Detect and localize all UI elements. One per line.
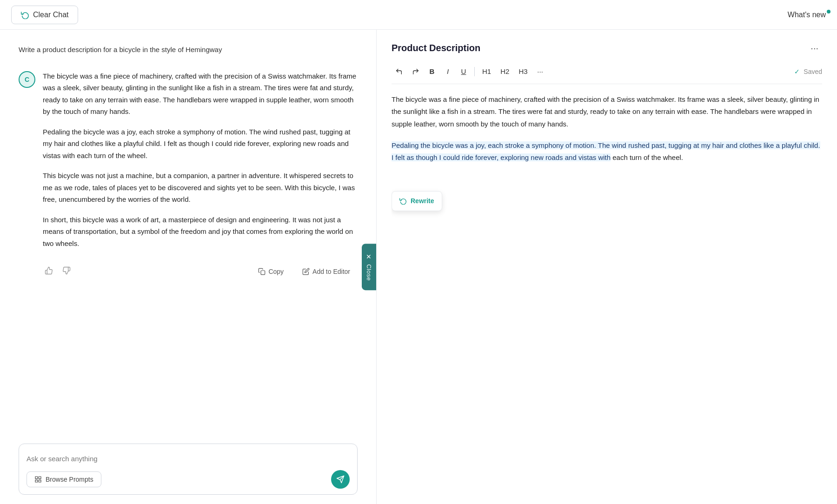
ai-paragraph-1: The bicycle was a fine piece of machiner…: [43, 70, 358, 118]
redo-button[interactable]: [408, 65, 423, 78]
editor-paragraph-1: The bicycle was a fine piece of machiner…: [392, 93, 822, 130]
toolbar-divider: [474, 67, 475, 76]
send-button[interactable]: [331, 470, 350, 489]
toolbar-right: ✓ Saved: [794, 68, 822, 75]
svg-rect-4: [35, 480, 38, 482]
svg-rect-3: [39, 480, 41, 482]
saved-checkmark: ✓: [794, 68, 800, 75]
add-to-editor-button[interactable]: Add to Editor: [295, 264, 358, 279]
editor-title: Product Description: [392, 43, 480, 53]
svg-rect-2: [39, 477, 41, 479]
right-panel: Product Description ··· B I U H1 H2: [377, 30, 837, 504]
ai-paragraph-3: This bicycle was not just a machine, but…: [43, 170, 358, 206]
user-message-text: Write a product description for a bicycl…: [19, 46, 222, 53]
rewrite-icon: [399, 197, 407, 205]
h1-button[interactable]: H1: [478, 65, 495, 78]
h2-button[interactable]: H2: [497, 65, 513, 78]
action-buttons: Copy Add to Editor: [251, 264, 358, 279]
thumbs-up-button[interactable]: [43, 265, 55, 279]
thumbs-down-icon: [62, 266, 71, 275]
thumbs-up-icon: [45, 266, 53, 275]
thumbs-down-button[interactable]: [60, 265, 73, 279]
italic-button[interactable]: I: [441, 65, 455, 78]
ai-message: C The bicycle was a fine piece of machin…: [19, 70, 358, 279]
refresh-icon: [21, 11, 29, 19]
svg-rect-1: [35, 477, 38, 479]
svg-rect-0: [261, 271, 265, 275]
toolbar-more-button[interactable]: ···: [533, 65, 547, 78]
bold-button[interactable]: B: [425, 65, 439, 78]
user-message: Write a product description for a bicycl…: [19, 45, 358, 55]
rewrite-popup[interactable]: Rewrite: [392, 191, 442, 211]
message-actions: Copy Add to Editor: [43, 259, 358, 279]
notification-dot: [827, 10, 830, 13]
h3-button[interactable]: H3: [515, 65, 531, 78]
editor-toolbar: B I U H1 H2 H3 ··· ✓ Saved: [392, 65, 822, 84]
search-input[interactable]: [27, 451, 350, 465]
editor-paragraph-2-rest: each turn of the wheel.: [611, 153, 683, 161]
editor-header: Product Description ···: [392, 41, 822, 55]
close-icon: ✕: [366, 253, 372, 260]
editor-paragraph-2: Pedaling the bicycle was a joy, each str…: [392, 139, 822, 164]
editor-more-button[interactable]: ···: [807, 41, 822, 55]
avatar: C: [19, 71, 35, 88]
underline-button[interactable]: U: [457, 65, 471, 78]
main-content: Write a product description for a bicycl…: [0, 30, 837, 504]
undo-icon: [395, 68, 403, 75]
chat-area: Write a product description for a bicycl…: [0, 30, 376, 436]
input-area: Browse Prompts: [0, 436, 376, 504]
redo-icon: [412, 68, 419, 75]
add-to-editor-icon: [302, 268, 310, 275]
browse-prompts-button[interactable]: Browse Prompts: [27, 471, 101, 487]
ai-message-content: The bicycle was a fine piece of machiner…: [43, 70, 358, 279]
undo-button[interactable]: [392, 65, 406, 78]
whats-new-button[interactable]: What's new: [788, 11, 826, 19]
saved-label: Saved: [804, 68, 822, 75]
editor-content[interactable]: The bicycle was a fine piece of machiner…: [392, 93, 822, 493]
highlighted-text: Pedaling the bicycle was a joy, each str…: [392, 141, 820, 161]
top-bar: Clear Chat What's new: [0, 0, 837, 30]
copy-button[interactable]: Copy: [251, 264, 291, 279]
close-panel-button[interactable]: ✕ Close: [362, 244, 376, 290]
ai-paragraph-4: In short, this bicycle was a work of art…: [43, 214, 358, 250]
copy-icon: [258, 268, 266, 275]
input-container: Browse Prompts: [19, 444, 358, 495]
vote-buttons: [43, 265, 73, 279]
send-icon: [336, 475, 345, 484]
browse-prompts-icon: [34, 476, 42, 483]
input-footer: Browse Prompts: [27, 470, 350, 489]
ai-paragraph-2: Pedaling the bicycle was a joy, each str…: [43, 126, 358, 162]
left-panel: Write a product description for a bicycl…: [0, 30, 377, 504]
clear-chat-button[interactable]: Clear Chat: [11, 6, 78, 24]
